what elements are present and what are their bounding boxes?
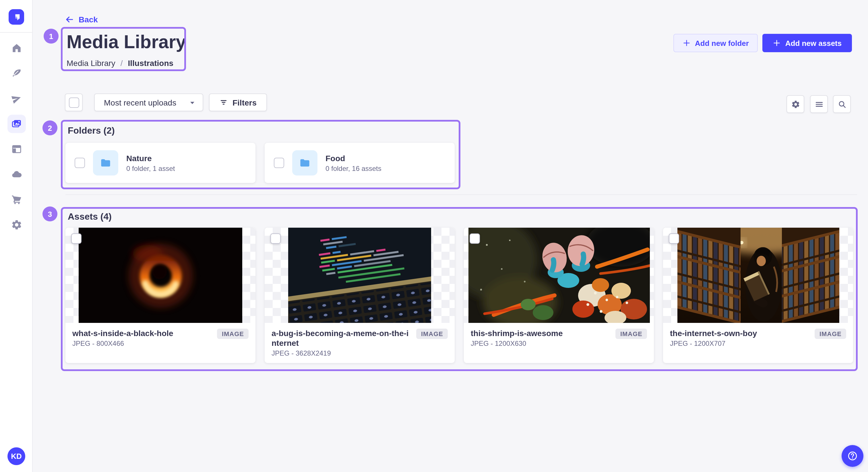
asset-card[interactable]: a-bug-is-becoming-a-meme-on-the-internet… [265, 228, 455, 363]
mantis-shrimp-photo [468, 228, 650, 323]
asset-checkbox[interactable] [470, 233, 480, 244]
breadcrumb-parent[interactable]: Media Library [67, 59, 115, 68]
laptop-code-photo [288, 228, 431, 323]
asset-thumbnail-laptop-code [265, 228, 455, 323]
section-divider [65, 194, 857, 195]
question-mark-icon [847, 450, 858, 462]
asset-card[interactable]: this-shrimp-is-awesome JPEG - 1200X630 I… [464, 228, 654, 363]
list-icon [814, 100, 824, 109]
layout-icon [11, 143, 22, 155]
add-new-assets-button[interactable]: Add new assets [763, 34, 852, 52]
strapi-logo-glyph [11, 12, 21, 22]
sidebar-item-media-library[interactable] [7, 115, 26, 133]
breadcrumb-separator: / [121, 59, 123, 68]
add-new-folder-button[interactable]: Add new folder [673, 34, 758, 52]
back-link[interactable]: Back [65, 15, 98, 24]
folder-name: Food [326, 154, 381, 163]
sort-value: Most recent uploads [104, 98, 176, 107]
annotation-step-2: 2 [42, 121, 57, 135]
asset-thumbnail-mantis-shrimp [464, 228, 654, 323]
sidebar-nav [0, 39, 33, 234]
filters-label: Filters [232, 98, 257, 107]
folder-card-food[interactable]: Food 0 folder, 16 assets [265, 143, 455, 183]
plus-icon [682, 39, 690, 47]
asset-name: the-internet-s-own-boy [670, 329, 757, 338]
folder-icon [99, 157, 112, 169]
sidebar-divider [0, 32, 33, 33]
feather-icon [11, 68, 22, 79]
gear-icon [11, 219, 22, 231]
cloud-icon [11, 169, 22, 180]
asset-type-badge: IMAGE [217, 329, 249, 339]
strapi-media-library-screen: KD Back Media Library Media Library / Il… [0, 0, 868, 472]
asset-type-badge: IMAGE [416, 329, 448, 339]
annotation-step-3: 3 [42, 206, 57, 222]
asset-type-badge: IMAGE [815, 329, 846, 339]
asset-checkbox[interactable] [669, 233, 679, 244]
asset-meta: JPEG - 1200X707 [670, 339, 757, 347]
strapi-logo[interactable] [9, 9, 24, 25]
filter-icon [219, 98, 228, 107]
page-title: Media Library [67, 30, 186, 53]
media-library-icon [11, 118, 22, 130]
back-arrow-icon [65, 15, 74, 24]
folder-name: Nature [126, 154, 175, 163]
gear-icon [791, 100, 800, 109]
asset-meta: JPEG - 800X466 [72, 339, 174, 347]
assets-heading: Assets (4) [68, 212, 112, 222]
asset-name: this-shrimp-is-awesome [471, 329, 563, 338]
folder-meta: 0 folder, 1 asset [126, 164, 175, 172]
breadcrumb: Media Library / Illustrations [67, 59, 174, 68]
sidebar-item-home[interactable] [7, 39, 26, 57]
main-content: Back Media Library Media Library / Illus… [33, 0, 868, 472]
search-icon [837, 100, 846, 109]
sort-dropdown[interactable]: Most recent uploads [94, 94, 203, 111]
paper-plane-icon [11, 93, 22, 104]
folder-meta: 0 folder, 16 assets [326, 164, 381, 172]
sidebar-item-content[interactable] [7, 64, 26, 82]
sidebar-item-marketplace[interactable] [7, 191, 26, 209]
help-button[interactable] [842, 445, 863, 467]
sidebar-item-settings[interactable] [7, 216, 26, 234]
asset-checkbox[interactable] [270, 233, 281, 244]
asset-type-badge: IMAGE [616, 329, 647, 339]
list-view-button[interactable] [810, 95, 828, 113]
annotation-step-1: 1 [43, 29, 59, 43]
library-portrait-photo [677, 228, 839, 323]
asset-checkbox[interactable] [71, 233, 82, 244]
folder-checkbox[interactable] [74, 158, 85, 168]
asset-thumbnail-library-portrait [663, 228, 853, 323]
black-hole-photo [79, 228, 242, 323]
sidebar: KD [0, 0, 33, 472]
search-button[interactable] [833, 95, 851, 113]
breadcrumb-current: Illustrations [128, 59, 174, 68]
asset-thumbnail-black-hole [65, 228, 255, 323]
cart-icon [11, 194, 22, 205]
asset-name: a-bug-is-becoming-a-meme-on-the-internet [272, 329, 412, 348]
sidebar-item-releases[interactable] [7, 90, 26, 108]
select-all-checkbox[interactable] [69, 97, 79, 107]
sidebar-item-content-type-builder[interactable] [7, 140, 26, 158]
asset-card[interactable]: what-s-inside-a-black-hole JPEG - 800X46… [65, 228, 255, 363]
back-label: Back [79, 15, 98, 24]
add-new-folder-label: Add new folder [695, 39, 749, 47]
filters-button[interactable]: Filters [209, 94, 267, 111]
asset-card[interactable]: the-internet-s-own-boy JPEG - 1200X707 I… [663, 228, 853, 363]
chevron-down-icon [189, 99, 196, 106]
select-all-button[interactable] [65, 94, 83, 111]
sidebar-item-deploy[interactable] [7, 165, 26, 183]
folder-card-nature[interactable]: Nature 0 folder, 1 asset [65, 143, 255, 183]
plus-icon [773, 39, 781, 47]
asset-meta: JPEG - 3628X2419 [272, 349, 412, 357]
folder-tile [93, 150, 118, 175]
home-icon [11, 42, 22, 54]
folders-heading: Folders (2) [68, 126, 115, 136]
user-avatar[interactable]: KD [7, 447, 25, 465]
folder-tile [292, 150, 317, 175]
asset-meta: JPEG - 1200X630 [471, 339, 563, 347]
add-new-assets-label: Add new assets [785, 39, 842, 47]
asset-name: what-s-inside-a-black-hole [72, 329, 174, 338]
folder-icon [299, 157, 311, 169]
folder-checkbox[interactable] [274, 158, 284, 168]
view-settings-button[interactable] [786, 95, 804, 113]
